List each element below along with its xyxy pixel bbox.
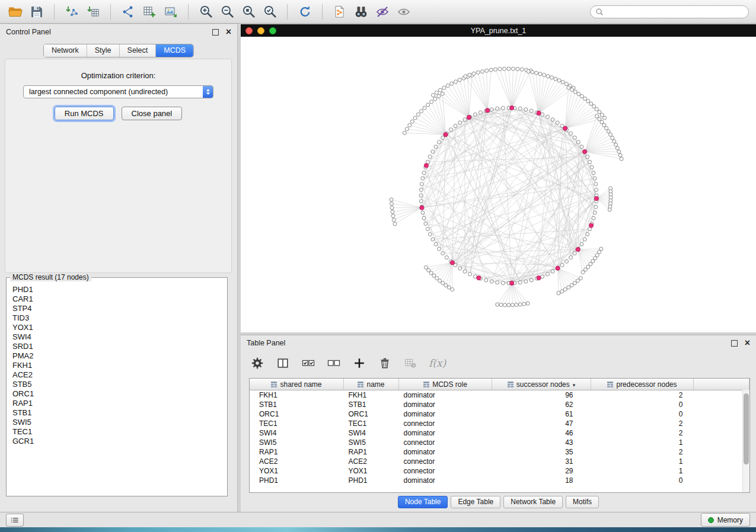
table-cell-mcds_role[interactable]: dominator [399, 447, 492, 457]
table-row[interactable]: PHD1PHD1dominator180 [250, 476, 749, 485]
criterion-dropdown[interactable]: largest connected component (undirected) [23, 85, 213, 98]
table-scrollbar-thumb[interactable] [744, 393, 749, 464]
table-cell-predecessor_nodes[interactable]: 1 [591, 457, 694, 466]
table-row[interactable]: YOX1YOX1connector291 [250, 466, 749, 476]
maximize-window-icon[interactable] [269, 27, 276, 34]
result-node[interactable]: SWI4 [12, 332, 226, 342]
memory-button[interactable]: Memory [701, 513, 750, 527]
table-cell-shared_name[interactable]: RAP1 [250, 447, 344, 457]
result-node[interactable]: RAP1 [12, 399, 226, 408]
table-cell-mcds_role[interactable]: dominator [399, 390, 492, 400]
table-cell-shared_name[interactable]: FKH1 [250, 390, 344, 400]
table-cell-mcds_role[interactable]: connector [399, 438, 492, 447]
result-node[interactable]: CAR1 [12, 294, 226, 304]
table-cell-shared_name[interactable]: SWI4 [250, 428, 344, 438]
show-columns-button[interactable] [276, 356, 290, 370]
zoom-out-button[interactable] [219, 4, 235, 20]
float-panel-button[interactable] [731, 340, 738, 347]
table-row[interactable]: TEC1TEC1connector472 [250, 419, 749, 428]
table-cell-name[interactable]: SWI5 [344, 438, 399, 447]
run-mcds-button[interactable]: Run MCDS [55, 107, 114, 120]
tab-edge-table[interactable]: Edge Table [451, 496, 500, 508]
tab-mcds[interactable]: MCDS [156, 44, 193, 57]
table-row[interactable]: RAP1RAP1dominator352 [250, 447, 749, 457]
result-node[interactable]: STP4 [12, 304, 226, 313]
table-cell-predecessor_nodes[interactable]: 2 [591, 419, 694, 428]
open-file-button[interactable] [7, 4, 24, 20]
table-cell-mcds_role[interactable]: connector [399, 457, 492, 466]
sort-desc-icon[interactable]: ▾ [573, 382, 576, 388]
table-cell-name[interactable]: FKH1 [344, 390, 399, 400]
result-node[interactable]: SWI5 [12, 418, 226, 427]
table-cell-shared_name[interactable]: PHD1 [250, 476, 344, 485]
table-cell-mcds_role[interactable]: dominator [399, 400, 492, 409]
result-node[interactable]: ACE2 [12, 370, 226, 380]
import-table-from-file-button[interactable] [85, 4, 101, 20]
result-node[interactable]: PMA2 [12, 351, 226, 361]
result-node[interactable]: YOX1 [12, 323, 226, 332]
export-image-button[interactable] [162, 4, 179, 20]
close-panel-icon[interactable]: × [745, 339, 750, 347]
column-header-successor-nodes[interactable]: successor nodes▾ [492, 379, 591, 390]
add-row-button[interactable] [352, 356, 366, 370]
new-network-button[interactable] [120, 4, 136, 20]
save-button[interactable] [28, 4, 45, 20]
float-panel-button[interactable] [212, 29, 219, 36]
main-search-input[interactable] [607, 7, 744, 17]
table-cell-predecessor_nodes[interactable]: 2 [591, 447, 694, 457]
column-header-name[interactable]: name [344, 379, 399, 390]
import-network-from-file-button[interactable] [63, 4, 80, 20]
table-cell-predecessor_nodes[interactable]: 0 [591, 409, 694, 419]
select-all-columns-button[interactable] [301, 356, 315, 370]
table-cell-shared_name[interactable]: TEC1 [250, 419, 344, 428]
table-cell-successor_nodes[interactable]: 47 [492, 419, 591, 428]
table-cell-shared_name[interactable]: SWI5 [250, 438, 344, 447]
show-graphics-details-button[interactable] [395, 4, 412, 20]
table-cell-shared_name[interactable]: YOX1 [250, 466, 344, 476]
table-cell-name[interactable]: ACE2 [344, 457, 399, 466]
table-cell-name[interactable]: ORC1 [344, 409, 399, 419]
result-node[interactable]: STB1 [12, 408, 226, 418]
table-cell-successor_nodes[interactable]: 18 [492, 476, 591, 485]
table-cell-mcds_role[interactable]: connector [399, 419, 492, 428]
table-cell-mcds_role[interactable]: dominator [399, 476, 492, 485]
new-table-button[interactable] [141, 4, 158, 20]
table-scrollbar[interactable] [742, 390, 749, 492]
tab-style[interactable]: Style [87, 44, 120, 57]
close-window-icon[interactable] [245, 27, 253, 34]
network-canvas-svg[interactable] [241, 37, 756, 332]
zoom-in-button[interactable] [197, 4, 214, 20]
result-node[interactable]: STB5 [12, 380, 226, 389]
close-panel-button[interactable]: Close panel [122, 107, 183, 120]
zoom-fit-button[interactable] [240, 4, 257, 20]
refresh-layout-button[interactable] [296, 4, 313, 20]
function-builder-button[interactable]: f(x) [429, 357, 446, 369]
table-cell-name[interactable]: TEC1 [344, 419, 399, 428]
close-panel-icon[interactable]: × [226, 28, 231, 36]
table-settings-button[interactable] [250, 356, 264, 370]
table-cell-name[interactable]: YOX1 [344, 466, 399, 476]
table-cell-shared_name[interactable]: ORC1 [250, 409, 344, 419]
result-node[interactable]: ORC1 [12, 389, 226, 399]
tab-node-table[interactable]: Node Table [398, 496, 448, 508]
table-cell-name[interactable]: PHD1 [344, 476, 399, 485]
table-cell-shared_name[interactable]: STB1 [250, 400, 344, 409]
table-cell-predecessor_nodes[interactable]: 2 [591, 428, 694, 438]
table-cell-name[interactable]: RAP1 [344, 447, 399, 457]
status-menu-button[interactable] [6, 514, 24, 527]
table-cell-successor_nodes[interactable]: 29 [492, 466, 591, 476]
table-cell-predecessor_nodes[interactable]: 1 [591, 466, 694, 476]
table-cell-mcds_role[interactable]: dominator [399, 409, 492, 419]
zoom-selected-button[interactable] [261, 4, 278, 20]
result-node[interactable]: TID3 [12, 313, 226, 323]
table-cell-successor_nodes[interactable]: 35 [492, 447, 591, 457]
column-header-predecessor-nodes[interactable]: predecessor nodes [591, 379, 694, 390]
table-cell-name[interactable]: STB1 [344, 400, 399, 409]
table-row[interactable]: ORC1ORC1dominator610 [250, 409, 749, 419]
table-cell-predecessor_nodes[interactable]: 2 [591, 390, 694, 400]
table-cell-successor_nodes[interactable]: 46 [492, 428, 591, 438]
table-cell-predecessor_nodes[interactable]: 0 [591, 476, 694, 485]
table-row[interactable]: SWI4SWI4dominator462 [250, 428, 749, 438]
tab-network-table[interactable]: Network Table [503, 496, 563, 508]
tab-network[interactable]: Network [44, 44, 87, 57]
